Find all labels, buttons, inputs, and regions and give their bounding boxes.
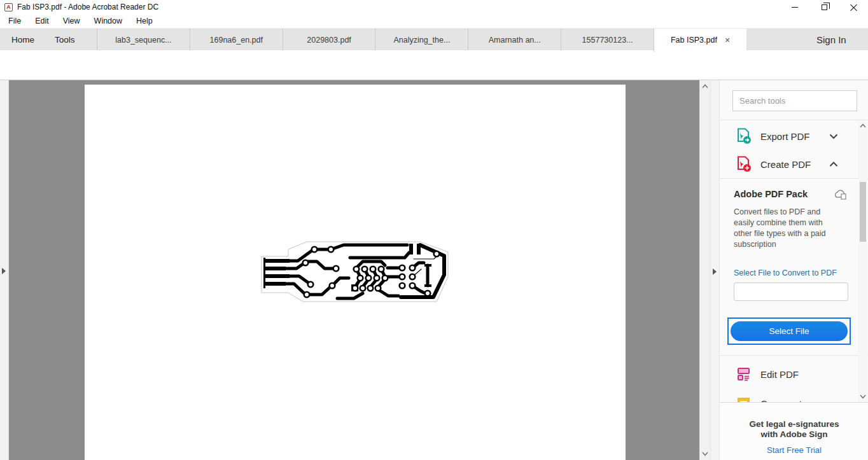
create-pdf-icon xyxy=(736,156,752,172)
tab-document-4[interactable]: Analyzing_the... xyxy=(375,29,468,51)
chevron-down-icon xyxy=(829,134,838,139)
adobe-reader-icon: A xyxy=(4,3,13,11)
tab-close-icon[interactable]: × xyxy=(725,36,730,45)
pdf-pack-cloud-icon xyxy=(834,188,848,200)
pdf-pack-title: Adobe PDF Pack xyxy=(734,189,808,199)
select-file-focus-ring: Select File xyxy=(727,317,851,345)
acrobat-window: A Fab ISP3.pdf - Adobe Acrobat Reader DC… xyxy=(0,0,868,460)
restore-button[interactable] xyxy=(809,0,839,14)
navigation-pane-rail xyxy=(0,80,9,460)
collapse-tools-pane-icon[interactable] xyxy=(713,268,717,275)
tools-pane-rail xyxy=(710,80,719,460)
menu-file[interactable]: File xyxy=(1,14,28,28)
active-tab-label: Fab ISP3.pdf xyxy=(671,36,717,45)
file-select-field[interactable] xyxy=(734,282,848,301)
tab-home[interactable]: Home xyxy=(9,29,37,51)
pcb-circuit-image xyxy=(261,240,449,305)
main-toolbar: / 1 93.7% xyxy=(0,50,868,80)
tools-sidebar: Export PDF Create PDF Adobe PDF Pack Con… xyxy=(719,80,868,460)
document-scrollbar[interactable] xyxy=(699,80,710,460)
chevron-up-icon xyxy=(829,162,838,167)
menu-help[interactable]: Help xyxy=(129,14,160,28)
sidebar-scroll-up-icon xyxy=(860,123,866,128)
menu-view[interactable]: View xyxy=(56,14,87,28)
promo-line1: Get legal e-signatures xyxy=(720,419,868,429)
tab-document-5[interactable]: Amarnath an... xyxy=(468,29,561,51)
pdf-page xyxy=(85,85,626,460)
tab-tools[interactable]: Tools xyxy=(52,29,78,51)
window-title: Fab ISP3.pdf - Adobe Acrobat Reader DC xyxy=(17,3,158,11)
export-pdf-icon xyxy=(736,128,752,144)
menu-edit[interactable]: Edit xyxy=(28,14,56,28)
adobe-sign-promo: Get legal e-signatures with Adobe Sign S… xyxy=(720,402,868,460)
scroll-down-icon xyxy=(702,452,708,456)
select-file-button[interactable]: Select File xyxy=(731,321,848,341)
sidebar-scrollbar[interactable] xyxy=(858,121,867,402)
pdf-pack-description: Convert files to PDF and easily combine … xyxy=(734,207,837,250)
sidebar-item-create-pdf[interactable]: Create PDF xyxy=(720,150,861,178)
main-area: Export PDF Create PDF Adobe PDF Pack Con… xyxy=(0,80,868,460)
sidebar-item-export-pdf[interactable]: Export PDF xyxy=(720,122,861,150)
close-icon xyxy=(850,4,857,11)
search-tools-input[interactable] xyxy=(732,90,857,111)
start-free-trial-link[interactable]: Start Free Trial xyxy=(720,445,868,455)
document-background xyxy=(9,80,699,460)
expand-nav-pane-icon[interactable] xyxy=(2,268,6,274)
create-pdf-label: Create PDF xyxy=(760,159,811,170)
title-bar: A Fab ISP3.pdf - Adobe Acrobat Reader DC xyxy=(0,0,868,14)
tab-document-3[interactable]: 2029803.pdf xyxy=(283,29,375,51)
edit-pdf-label: Edit PDF xyxy=(760,369,799,380)
document-tabs: lab3_sequenc... 169na6_en.pdf 2029803.pd… xyxy=(97,29,654,51)
export-pdf-label: Export PDF xyxy=(760,131,810,142)
select-file-label: Select File to Convert to PDF xyxy=(734,268,837,277)
sidebar-scroll-thumb[interactable] xyxy=(860,182,866,242)
tab-document-2[interactable]: 169na6_en.pdf xyxy=(190,29,283,51)
minimize-button[interactable] xyxy=(780,0,809,14)
menu-window[interactable]: Window xyxy=(87,14,129,28)
sign-in-button[interactable]: Sign In xyxy=(816,29,846,51)
tab-bar: Home Tools lab3_sequenc... 169na6_en.pdf… xyxy=(0,28,868,50)
restore-icon xyxy=(822,4,827,10)
tab-document-active[interactable]: Fab ISP3.pdf × xyxy=(654,29,746,52)
sidebar-item-edit-pdf[interactable]: Edit PDF xyxy=(720,360,861,388)
promo-line2: with Adobe Sign xyxy=(720,429,868,440)
close-button[interactable] xyxy=(839,0,868,14)
scroll-up-icon xyxy=(702,84,708,88)
tab-document-6[interactable]: 1557730123... xyxy=(561,29,654,51)
minimize-icon xyxy=(792,7,798,8)
tab-document-1[interactable]: lab3_sequenc... xyxy=(97,29,190,51)
sidebar-scroll-down-icon xyxy=(860,394,866,399)
menu-bar: File Edit View Window Help xyxy=(0,14,868,28)
edit-pdf-icon xyxy=(736,366,752,382)
